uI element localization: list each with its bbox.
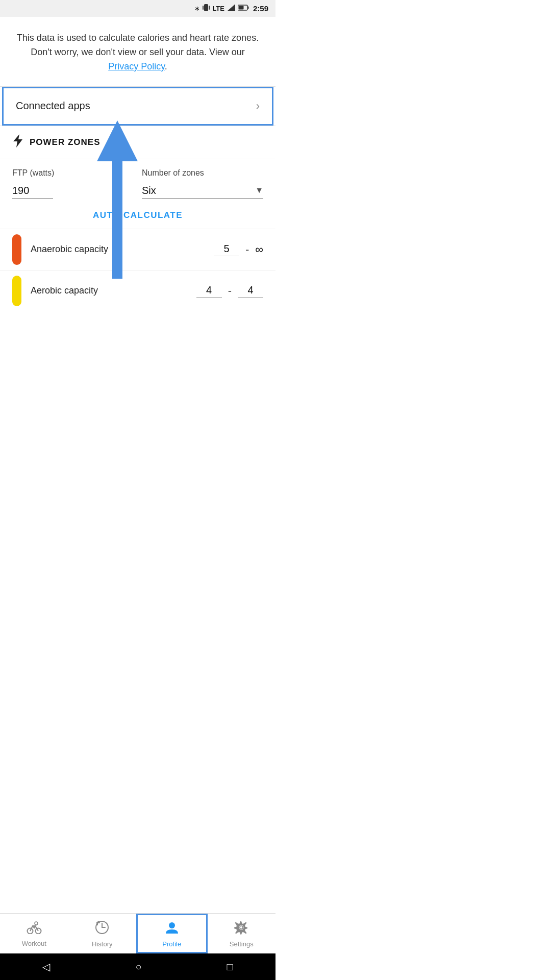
aerobic-label: Aerobic capacity — [31, 285, 187, 296]
anaerobic-color-pill — [12, 234, 21, 265]
anaerobic-dash: - — [245, 243, 249, 256]
zones-label: Number of zones — [142, 168, 263, 178]
bolt-icon — [12, 134, 23, 151]
info-section: This data is used to calculate calories … — [0, 17, 276, 87]
svg-marker-3 — [227, 4, 235, 11]
aerobic-dash: - — [228, 284, 232, 298]
zones-value: Six — [142, 185, 251, 197]
signal-icon — [227, 4, 235, 13]
svg-marker-9 — [13, 134, 22, 148]
dropdown-arrow-icon: ▼ — [255, 186, 263, 195]
aerobic-from[interactable]: 4 — [196, 284, 222, 298]
aerobic-to[interactable]: 4 — [238, 284, 263, 298]
zones-group: Number of zones Six ▼ — [142, 168, 263, 199]
anaerobic-from[interactable]: 5 — [214, 243, 239, 256]
anaerobic-to: ∞ — [255, 243, 263, 256]
zone-row-aerobic: Aerobic capacity 4 - 4 — [0, 270, 276, 311]
connected-apps-label: Connected apps — [16, 100, 90, 112]
ftp-label: FTP (watts) — [12, 168, 134, 178]
fields-row: FTP (watts) 190 Number of zones Six ▼ — [0, 159, 276, 199]
vibrate-icon — [203, 3, 210, 14]
svg-rect-5 — [247, 7, 248, 9]
ftp-value[interactable]: 190 — [12, 185, 53, 199]
zones-dropdown[interactable]: Six ▼ — [142, 185, 263, 199]
zone-row-anaerobic: Anaerobic capacity 5 - ∞ — [0, 229, 276, 270]
anaerobic-label: Anaerobic capacity — [31, 244, 205, 255]
status-bar: ∗ LTE 2:59 — [0, 0, 276, 17]
privacy-policy-link[interactable]: Privacy Policy — [108, 61, 165, 71]
ftp-group: FTP (watts) 190 — [12, 168, 134, 199]
anaerobic-range: 5 - ∞ — [214, 243, 263, 256]
status-icons: ∗ LTE — [194, 3, 249, 14]
battery-icon — [238, 5, 249, 12]
power-zones-title: POWER ZONES — [30, 137, 101, 148]
connected-apps-row[interactable]: Connected apps › — [2, 87, 273, 126]
aerobic-range: 4 - 4 — [196, 284, 263, 298]
lte-icon: LTE — [212, 5, 224, 12]
clock: 2:59 — [253, 4, 268, 13]
chevron-right-icon: › — [256, 100, 260, 113]
info-period: . — [165, 61, 167, 71]
auto-calculate-button[interactable]: AUTO CALCULATE — [0, 199, 276, 229]
svg-rect-0 — [204, 4, 208, 11]
svg-rect-2 — [209, 6, 210, 10]
bluetooth-icon: ∗ — [194, 5, 200, 12]
power-zones-header: POWER ZONES — [0, 126, 276, 159]
svg-rect-1 — [203, 6, 204, 10]
info-text: This data is used to calculate calories … — [17, 33, 259, 57]
aerobic-color-pill — [12, 276, 21, 306]
svg-rect-6 — [238, 6, 243, 10]
